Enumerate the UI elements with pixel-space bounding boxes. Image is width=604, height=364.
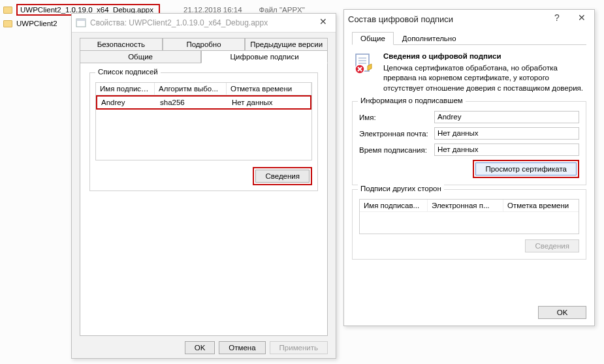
dialog-title: Свойства: UWPClient2_1.0.19.0_x64_Debug.… — [90, 18, 268, 27]
details-button[interactable]: Сведения — [255, 170, 310, 183]
svg-rect-1 — [76, 19, 86, 21]
ok-button[interactable]: OK — [538, 306, 586, 319]
view-certificate-highlight: Просмотр сертификата — [473, 160, 579, 178]
col-signer[interactable]: Имя подписав... — [96, 83, 155, 95]
folder-icon — [3, 7, 12, 14]
signing-time-field[interactable]: Нет данных — [434, 144, 579, 156]
col-email[interactable]: Электронная п... — [428, 200, 503, 211]
list-header[interactable]: Имя подписав... Электронная п... Отметка… — [360, 200, 579, 212]
info-title: Сведения о цифровой подписи — [383, 52, 585, 62]
name-label: Имя: — [359, 114, 434, 121]
folder-icon — [3, 20, 12, 27]
properties-icon — [76, 18, 86, 28]
name-field[interactable]: Andrey — [434, 111, 579, 123]
countersignatures-group: Подписи других сторон Имя подписав... Эл… — [352, 189, 586, 260]
titlebar[interactable]: Состав цифровой подписи ? ✕ — [344, 10, 594, 28]
signing-time-label: Время подписания: — [359, 146, 434, 154]
signature-info-header: Сведения о цифровой подписи Цепочка серт… — [352, 45, 586, 97]
file-name-2: UWPClient2 — [16, 20, 57, 27]
signature-list-group: Список подписей Имя подписав... Алгоритм… — [89, 72, 318, 191]
tab-general[interactable]: Общие — [352, 32, 394, 45]
help-icon[interactable]: ? — [545, 10, 569, 25]
tab-details[interactable]: Подробно — [163, 38, 246, 51]
close-icon[interactable]: ✕ — [569, 10, 594, 25]
certificate-error-icon — [353, 52, 377, 75]
dialog-actions: OK — [352, 301, 586, 319]
signature-list[interactable]: Имя подписав... Алгоритм выбо... Отметка… — [95, 82, 312, 160]
dialog-actions: OK Отмена Применить — [80, 336, 328, 354]
tab-advanced[interactable]: Дополнительно — [394, 32, 465, 44]
details-button: Сведения — [525, 239, 579, 252]
explorer-file-row-2[interactable]: UWPClient2 — [3, 20, 57, 27]
tab-security[interactable]: Безопасность — [80, 38, 163, 51]
group-label: Подписи других сторон — [358, 185, 444, 192]
col-timestamp[interactable]: Отметка времени — [503, 200, 579, 211]
tab-panel: Список подписей Имя подписав... Алгоритм… — [80, 63, 328, 336]
ok-button[interactable]: OK — [185, 341, 215, 354]
group-label: Информация о подписавшем — [358, 97, 466, 104]
tab-strip: Безопасность Подробно Предыдущие версии … — [80, 38, 328, 63]
info-body: Цепочка сертификатов обработана, но обра… — [383, 63, 585, 94]
signature-row[interactable]: Andrey sha256 Нет данных — [96, 95, 311, 110]
dialog-title: Состав цифровой подписи — [348, 14, 453, 24]
properties-dialog: Свойства: UWPClient2_1.0.19.0_x64_Debug.… — [71, 13, 336, 359]
list-header[interactable]: Имя подписав... Алгоритм выбо... Отметка… — [96, 83, 311, 95]
cell-signer: Andrey — [97, 97, 156, 108]
signature-details-dialog: Состав цифровой подписи ? ✕ Общие Дополн… — [343, 9, 595, 326]
email-label: Электронная почта: — [359, 130, 434, 138]
tab-previous-versions[interactable]: Предыдущие версии — [245, 38, 328, 51]
col-algorithm[interactable]: Алгоритм выбо... — [155, 83, 227, 95]
details-button-highlight: Сведения — [253, 167, 312, 185]
countersignatures-list[interactable]: Имя подписав... Электронная п... Отметка… — [359, 199, 579, 234]
tab-general[interactable]: Общие — [80, 50, 201, 63]
cell-timestamp: Нет данных — [228, 97, 310, 108]
col-timestamp[interactable]: Отметка времени — [227, 83, 311, 95]
close-icon[interactable]: ✕ — [311, 14, 336, 29]
titlebar[interactable]: Свойства: UWPClient2_1.0.19.0_x64_Debug.… — [72, 14, 336, 32]
view-certificate-button[interactable]: Просмотр сертификата — [475, 162, 577, 175]
tab-digital-signatures[interactable]: Цифровые подписи — [201, 50, 328, 63]
apply-button[interactable]: Применить — [270, 341, 328, 354]
cancel-button[interactable]: Отмена — [219, 341, 265, 354]
group-label: Список подписей — [95, 68, 161, 76]
col-signer[interactable]: Имя подписав... — [360, 200, 428, 211]
email-field[interactable]: Нет данных — [434, 127, 579, 140]
tab-strip: Общие Дополнительно — [352, 32, 586, 45]
cell-algorithm: sha256 — [156, 97, 228, 108]
signer-info-group: Информация о подписавшем Имя: Andrey Эле… — [352, 101, 586, 185]
